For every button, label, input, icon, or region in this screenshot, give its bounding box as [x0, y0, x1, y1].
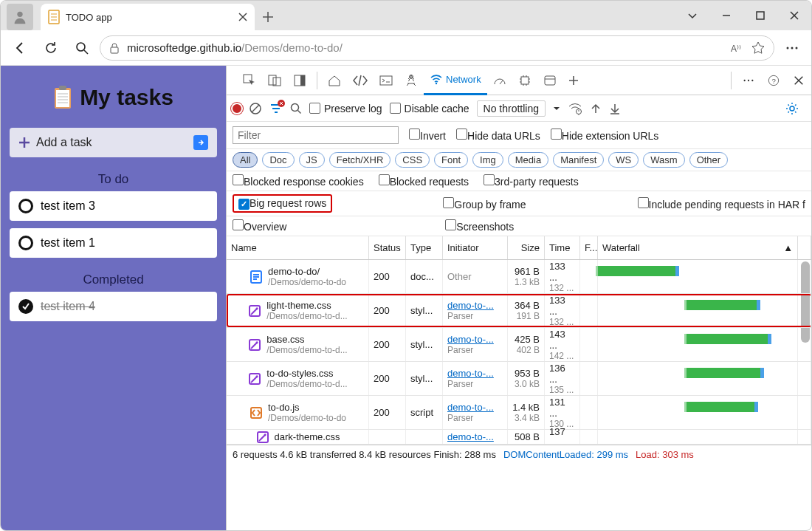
group-by-frame-checkbox[interactable]: Group by frame [443, 197, 526, 210]
svg-rect-28 [545, 76, 555, 85]
throttling-select[interactable]: No throttling [477, 100, 546, 117]
blocked-requests-checkbox[interactable]: Blocked requests [379, 174, 469, 188]
help-button[interactable]: ? [761, 67, 786, 94]
disable-cache-checkbox[interactable]: Disable cache [390, 103, 469, 114]
unchecked-icon[interactable] [18, 236, 33, 250]
svg-point-38 [790, 106, 794, 111]
network-row[interactable]: light-theme.css/Demos/demo-to-d... 200 s… [227, 294, 811, 328]
svg-rect-23 [300, 75, 305, 86]
col-time[interactable]: Time [545, 236, 580, 259]
third-party-checkbox[interactable]: 3rd-party requests [484, 174, 579, 188]
type-chip[interactable]: Wasm [643, 152, 684, 168]
profile-button[interactable] [7, 4, 33, 30]
checked-icon[interactable] [18, 299, 33, 314]
url-box[interactable]: microsoftedge.github.io/Demos/demo-to-do… [100, 35, 774, 61]
task-item[interactable]: test item 1 [10, 228, 217, 258]
col-name[interactable]: Name [227, 236, 369, 259]
tab-application[interactable] [537, 66, 562, 95]
tab-performance[interactable] [487, 66, 512, 95]
menu-button[interactable] [779, 35, 805, 61]
task-item-done[interactable]: test item 4 [10, 292, 217, 321]
tab-add[interactable] [562, 66, 585, 95]
type-chip[interactable]: Manifest [553, 152, 604, 168]
type-filter-chips: All Doc JS Fetch/XHR CSS Font Img Media … [227, 149, 811, 171]
type-chip[interactable]: Other [689, 152, 729, 168]
hide-ext-urls-checkbox[interactable]: Hide extension URLs [551, 129, 659, 142]
dock-button[interactable] [287, 66, 312, 95]
screenshots-checkbox[interactable]: Screenshots [445, 219, 514, 233]
tab-memory[interactable] [512, 66, 537, 95]
network-row[interactable]: dark-theme.css demo-to-... 508 B 137 ... [227, 430, 811, 445]
page-icon [48, 10, 60, 24]
tab-network[interactable]: Network [424, 66, 487, 95]
upload-har-button[interactable] [590, 103, 602, 114]
network-settings-button[interactable] [779, 95, 805, 122]
svg-point-31 [748, 79, 749, 80]
tabs-dropdown-button[interactable] [675, 1, 709, 30]
network-row[interactable]: base.css/Demos/demo-to-d... 200 styl... … [227, 328, 811, 362]
close-tab-icon[interactable] [238, 13, 247, 21]
download-har-button[interactable] [609, 103, 621, 114]
invert-checkbox[interactable]: Invert [409, 129, 446, 142]
search-button[interactable] [290, 103, 302, 114]
tab-welcome[interactable] [322, 66, 347, 95]
tab-sources[interactable] [399, 66, 424, 95]
network-conditions-button[interactable] [568, 102, 582, 115]
new-tab-button[interactable] [255, 4, 281, 30]
network-row[interactable]: to-do.js/Demos/demo-to-do 200 script dem… [227, 396, 811, 430]
col-status[interactable]: Status [369, 236, 406, 259]
type-chip[interactable]: Doc [262, 152, 294, 168]
network-row[interactable]: to-do-styles.css/Demos/demo-to-d... 200 … [227, 362, 811, 396]
more-tools-button[interactable] [736, 67, 761, 94]
network-table-header[interactable]: Name Status Type Initiator Size Time F..… [227, 236, 811, 260]
lock-icon [109, 42, 120, 54]
type-chip[interactable]: WS [608, 152, 639, 168]
tab-network-label: Network [446, 74, 481, 85]
type-chip[interactable]: Img [472, 152, 503, 168]
col-initiator[interactable]: Initiator [443, 236, 508, 259]
inspect-button[interactable] [237, 66, 262, 95]
back-button[interactable] [7, 35, 33, 61]
favorite-icon[interactable] [751, 41, 765, 55]
close-window-button[interactable] [777, 1, 811, 30]
close-devtools-button[interactable] [786, 67, 811, 94]
big-request-rows-checkbox[interactable]: Big request rows [238, 197, 326, 209]
unchecked-icon[interactable] [18, 199, 33, 213]
search-button-left[interactable] [69, 35, 95, 61]
clear-button[interactable] [249, 102, 262, 115]
page-header: My tasks [10, 75, 217, 128]
svg-rect-27 [521, 77, 529, 84]
filter-toggle-button[interactable] [269, 102, 283, 115]
tab-elements[interactable] [347, 66, 374, 95]
type-chip[interactable]: CSS [395, 152, 430, 168]
read-aloud-icon[interactable]: A⁾⁾ [731, 41, 744, 55]
hide-data-urls-checkbox[interactable]: Hide data URLs [456, 129, 540, 142]
refresh-button[interactable] [38, 35, 64, 61]
col-type[interactable]: Type [406, 236, 443, 259]
maximize-button[interactable] [743, 1, 777, 30]
minimize-button[interactable] [709, 1, 743, 30]
overview-checkbox[interactable]: Overview [233, 219, 286, 233]
filter-input[interactable] [233, 126, 399, 144]
throttling-caret-icon[interactable] [553, 105, 560, 112]
task-item[interactable]: test item 3 [10, 191, 217, 221]
device-button[interactable] [262, 66, 287, 95]
browser-tab[interactable]: TODO app [41, 4, 255, 30]
network-table-body[interactable]: ▴ demo-to-do//Demos/demo-to-do 200 doc..… [227, 260, 811, 445]
col-fulfilled[interactable]: F... [580, 236, 598, 259]
include-pending-har-checkbox[interactable]: Include pending requests in HAR f [638, 197, 805, 210]
col-waterfall[interactable]: Waterfall▲ [598, 236, 798, 259]
type-chip[interactable]: JS [299, 152, 325, 168]
type-chip[interactable]: Media [508, 152, 548, 168]
col-size[interactable]: Size [508, 236, 545, 259]
type-chip-all[interactable]: All [233, 152, 258, 168]
type-chip[interactable]: Fetch/XHR [329, 152, 391, 168]
preserve-log-checkbox[interactable]: Preserve log [309, 103, 382, 114]
type-chip[interactable]: Font [434, 152, 468, 168]
tab-console[interactable] [374, 66, 399, 95]
record-button[interactable] [233, 104, 241, 113]
blocked-cookies-checkbox[interactable]: Blocked response cookies [233, 174, 364, 188]
add-task-button[interactable]: Add a task [10, 128, 217, 157]
options-row-1: Blocked response cookies Blocked request… [227, 171, 811, 191]
network-row[interactable]: demo-to-do//Demos/demo-to-do 200 doc... … [227, 260, 811, 294]
